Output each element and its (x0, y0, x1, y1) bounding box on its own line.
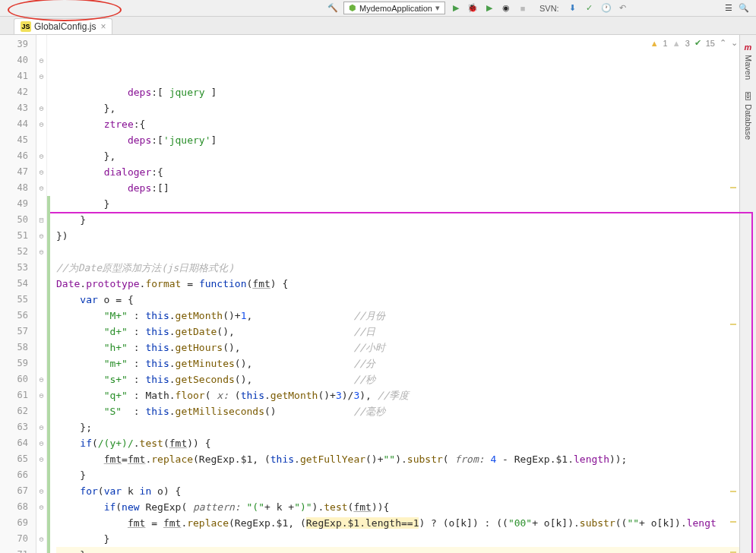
fold-toggle[interactable]: ⊖ (36, 116, 46, 132)
line-number[interactable]: 40 (0, 52, 28, 68)
line-number[interactable]: 61 (0, 387, 28, 403)
settings-icon[interactable]: ☰ (723, 2, 735, 14)
line-number[interactable]: 62 (0, 403, 28, 419)
vcs-commit-icon[interactable]: ✓ (584, 2, 596, 14)
code-line[interactable]: "h+" : this.getHours(), //小时 (56, 340, 756, 356)
fold-toggle[interactable]: ⊖ (36, 435, 46, 451)
line-number[interactable]: 71 (0, 547, 28, 553)
code-line[interactable]: } (56, 196, 756, 212)
code-editor[interactable]: deps:[ jquery ] }, ztree:{ deps:['jquery… (50, 35, 756, 553)
line-number[interactable]: 39 (0, 36, 28, 52)
fold-gutter[interactable]: ⊖⊖⊖⊖⊖⊖⊖⊟⊖⊖⊖⊖⊖⊖⊖⊖⊖⊖ (36, 35, 47, 553)
fold-toggle[interactable] (36, 547, 46, 553)
line-number[interactable]: 45 (0, 132, 28, 148)
fold-toggle[interactable] (36, 308, 46, 324)
line-number[interactable]: 52 (0, 244, 28, 260)
profile-icon[interactable]: ◉ (500, 2, 512, 14)
fold-toggle[interactable]: ⊖ (36, 52, 46, 68)
line-number[interactable]: 68 (0, 499, 28, 515)
line-number[interactable]: 53 (0, 260, 28, 276)
inspection-summary[interactable]: ▲1 ▲3 ✔15 ⌃ ⌄ (650, 38, 738, 48)
line-number[interactable]: 56 (0, 308, 28, 324)
fold-toggle[interactable]: ⊖ (36, 164, 46, 180)
line-number[interactable]: 49 (0, 196, 28, 212)
fold-toggle[interactable] (36, 36, 46, 52)
code-line[interactable]: for(var k in o) { (56, 483, 756, 499)
line-number[interactable]: 70 (0, 531, 28, 547)
close-icon[interactable]: × (100, 21, 106, 32)
code-line[interactable]: deps:['jquery'] (56, 132, 756, 148)
fold-toggle[interactable] (36, 84, 46, 100)
line-number[interactable]: 51 (0, 228, 28, 244)
chevron-up-icon[interactable]: ⌃ (720, 38, 726, 48)
chevron-down-icon[interactable]: ⌄ (731, 38, 738, 48)
code-line[interactable]: "q+" : Math.floor( x: (this.getMonth()+3… (56, 387, 756, 403)
line-number[interactable]: 55 (0, 292, 28, 308)
fold-toggle[interactable] (36, 340, 46, 356)
line-number[interactable]: 65 (0, 451, 28, 467)
line-number[interactable]: 50 (0, 212, 28, 228)
code-line[interactable]: dialoger:{ (56, 164, 756, 180)
fold-toggle[interactable]: ⊖ (36, 228, 46, 244)
debug-icon[interactable]: 🐞 (467, 2, 479, 14)
run-configuration-selector[interactable]: ⬢ MydemoApplication ▾ (343, 2, 445, 14)
line-number-gutter[interactable]: 3940414243444546474849505152535455565758… (0, 35, 36, 553)
fold-toggle[interactable]: ⊖ (36, 371, 46, 387)
line-number[interactable]: 69 (0, 515, 28, 531)
code-line[interactable]: "s+" : this.getSeconds(), //秒 (56, 371, 756, 387)
code-line[interactable]: } (56, 212, 756, 228)
code-line[interactable]: } (56, 531, 756, 547)
fold-toggle[interactable] (36, 276, 46, 292)
fold-toggle[interactable]: ⊖ (36, 387, 46, 403)
code-line[interactable]: var o = { (56, 292, 756, 308)
error-stripe[interactable] (729, 96, 738, 553)
fold-toggle[interactable]: ⊖ (36, 531, 46, 547)
line-number[interactable]: 41 (0, 68, 28, 84)
fold-toggle[interactable]: ⊖ (36, 419, 46, 435)
fold-toggle[interactable]: ⊖ (36, 100, 46, 116)
line-number[interactable]: 46 (0, 148, 28, 164)
search-icon[interactable]: 🔍 (738, 2, 750, 14)
code-line[interactable]: } (56, 547, 756, 553)
line-number[interactable]: 66 (0, 467, 28, 483)
line-number[interactable]: 48 (0, 180, 28, 196)
fold-toggle[interactable] (36, 260, 46, 276)
code-line[interactable]: "S" : this.getMilliseconds() //毫秒 (56, 403, 756, 419)
line-number[interactable]: 57 (0, 324, 28, 340)
fold-toggle[interactable] (36, 356, 46, 371)
fold-toggle[interactable]: ⊖ (36, 244, 46, 260)
vcs-revert-icon[interactable]: ↶ (617, 2, 629, 14)
stop-icon[interactable]: ■ (517, 2, 529, 14)
code-line[interactable]: if(/(y+)/.test(fmt)) { (56, 435, 756, 451)
vcs-history-icon[interactable]: 🕐 (600, 2, 612, 14)
line-number[interactable]: 47 (0, 164, 28, 180)
line-number[interactable]: 43 (0, 100, 28, 116)
code-line[interactable]: Date.prototype.format = function(fmt) { (56, 276, 756, 292)
code-line[interactable]: } (56, 467, 756, 483)
run-icon[interactable]: ▶ (450, 2, 462, 14)
fold-toggle[interactable] (36, 403, 46, 419)
code-line[interactable]: fmt = fmt.replace(RegExp.$1, (RegExp.$1.… (56, 515, 756, 531)
fold-toggle[interactable] (36, 292, 46, 308)
code-line[interactable]: }, (56, 100, 756, 116)
code-line[interactable] (56, 244, 756, 260)
code-line[interactable]: ztree:{ (56, 116, 756, 132)
coverage-icon[interactable]: ▶ (483, 2, 495, 14)
editor-tab-globalconfig[interactable]: JS GlobalConfig.js × (14, 18, 112, 34)
fold-toggle[interactable] (36, 132, 46, 148)
code-line[interactable]: }) (56, 228, 756, 244)
fold-toggle[interactable]: ⊖ (36, 180, 46, 196)
code-line[interactable]: "d+" : this.getDate(), //日 (56, 324, 756, 340)
fold-toggle[interactable] (36, 515, 46, 531)
code-line[interactable]: "M+" : this.getMonth()+1, //月份 (56, 308, 756, 324)
code-line[interactable]: if(new RegExp( pattern: "("+ k +")").tes… (56, 499, 756, 515)
line-number[interactable]: 67 (0, 483, 28, 499)
code-line[interactable]: fmt=fmt.replace(RegExp.$1, (this.getFull… (56, 451, 756, 467)
code-line[interactable]: }, (56, 148, 756, 164)
fold-toggle[interactable]: ⊖ (36, 68, 46, 84)
fold-toggle[interactable] (36, 196, 46, 212)
fold-toggle[interactable] (36, 324, 46, 340)
line-number[interactable]: 60 (0, 371, 28, 387)
fold-toggle[interactable]: ⊟ (36, 212, 46, 228)
tool-window-database[interactable]: 🗄 Database (742, 89, 754, 143)
